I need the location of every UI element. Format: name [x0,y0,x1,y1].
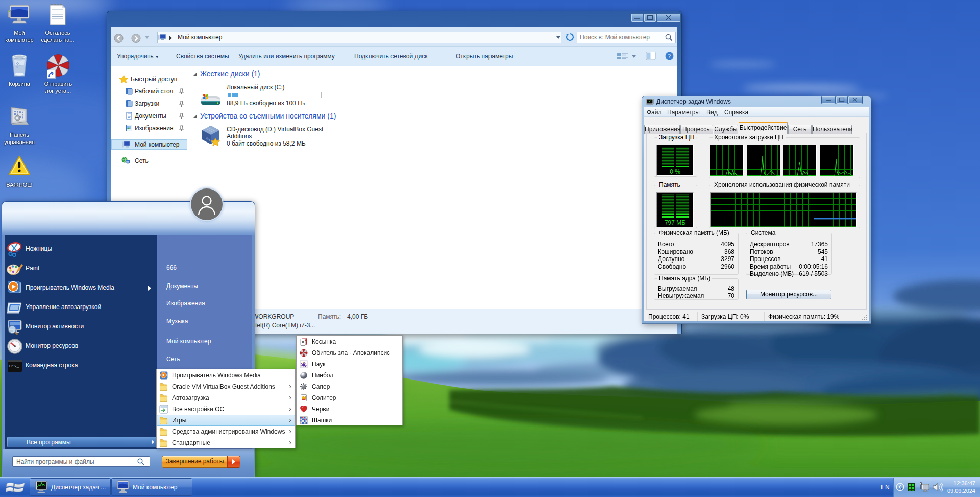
svg-text:C:\_: C:\_ [9,364,19,368]
svg-text:?: ? [668,53,671,60]
